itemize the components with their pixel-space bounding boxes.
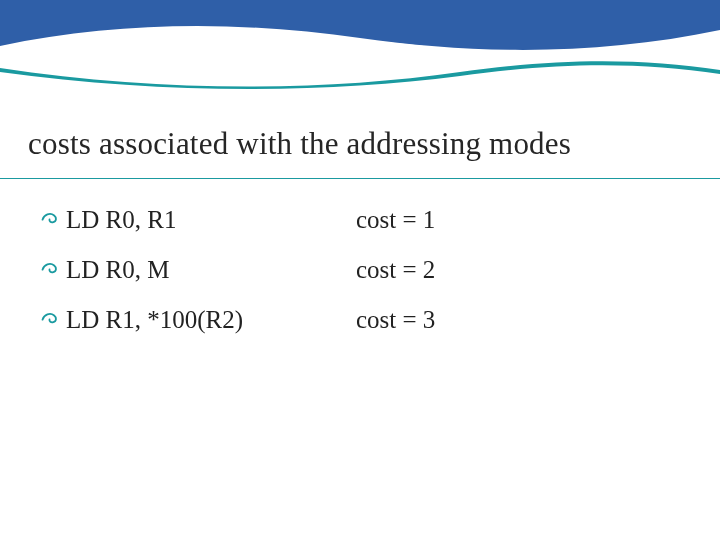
- decor-wave-blue: [0, 0, 720, 58]
- item-instruction: LD R1, *100(R2): [66, 306, 356, 334]
- decor-wave-teal: [0, 58, 720, 92]
- list-item: LD R0, M cost = 2: [40, 256, 680, 284]
- list-item: LD R1, *100(R2) cost = 3: [40, 306, 680, 334]
- list-item: LD R0, R1 cost = 1: [40, 206, 680, 234]
- slide-body: LD R0, R1 cost = 1 LD R0, M cost = 2 LD …: [40, 206, 680, 356]
- slide: costs associated with the addressing mod…: [0, 0, 720, 540]
- swirl-bullet-icon: [40, 208, 60, 228]
- title-underline: [0, 178, 720, 179]
- item-cost: cost = 2: [356, 256, 680, 284]
- item-cost: cost = 3: [356, 306, 680, 334]
- item-instruction: LD R0, M: [66, 256, 356, 284]
- item-cost: cost = 1: [356, 206, 680, 234]
- item-instruction: LD R0, R1: [66, 206, 356, 234]
- swirl-bullet-icon: [40, 308, 60, 328]
- slide-title: costs associated with the addressing mod…: [28, 126, 571, 162]
- swirl-bullet-icon: [40, 258, 60, 278]
